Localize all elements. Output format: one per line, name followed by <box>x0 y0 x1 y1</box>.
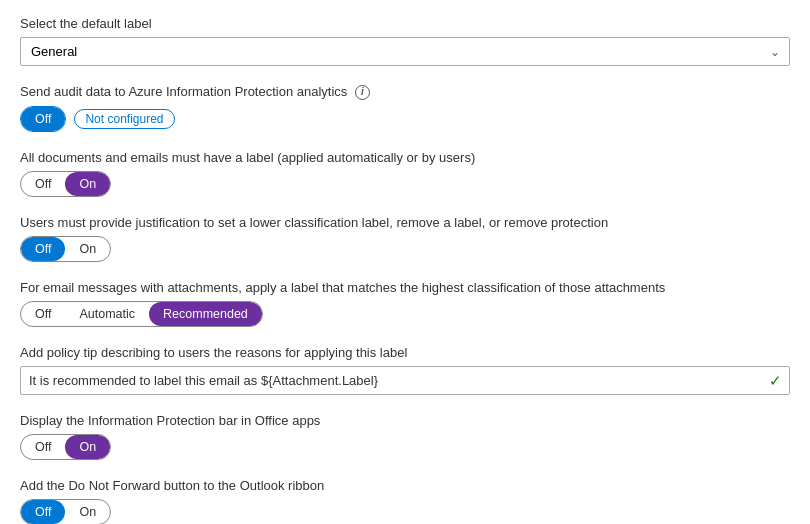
info-icon[interactable]: i <box>355 85 370 100</box>
info-protection-bar-off-button[interactable]: Off <box>21 435 65 459</box>
default-label-label: Select the default label <box>20 16 790 31</box>
justification-section: Users must provide justification to set … <box>20 215 790 262</box>
policy-tip-input-wrapper: ✓ <box>20 366 790 395</box>
email-attachments-recommended-button[interactable]: Recommended <box>149 302 262 326</box>
justification-on-button[interactable]: On <box>65 237 110 261</box>
policy-tip-label: Add policy tip describing to users the r… <box>20 345 790 360</box>
do-not-forward-on-button[interactable]: On <box>65 500 110 524</box>
justification-off-button[interactable]: Off <box>21 237 65 261</box>
email-attachments-label: For email messages with attachments, app… <box>20 280 790 295</box>
all-documents-on-button[interactable]: On <box>65 172 110 196</box>
all-documents-label: All documents and emails must have a lab… <box>20 150 790 165</box>
justification-toggle: Off On <box>20 236 111 262</box>
audit-data-label: Send audit data to Azure Information Pro… <box>20 84 790 100</box>
all-documents-section: All documents and emails must have a lab… <box>20 150 790 197</box>
default-label-dropdown-wrapper: General ⌄ <box>20 37 790 66</box>
do-not-forward-section: Add the Do Not Forward button to the Out… <box>20 478 790 524</box>
info-protection-bar-section: Display the Information Protection bar i… <box>20 413 790 460</box>
info-protection-bar-label: Display the Information Protection bar i… <box>20 413 790 428</box>
all-documents-toggle: Off On <box>20 171 111 197</box>
do-not-forward-label: Add the Do Not Forward button to the Out… <box>20 478 790 493</box>
audit-toggle-group: Off Not configured <box>20 106 790 132</box>
audit-not-configured-button[interactable]: Not configured <box>74 109 174 129</box>
check-icon: ✓ <box>769 372 782 390</box>
do-not-forward-toggle: Off On <box>20 499 111 524</box>
all-documents-off-button[interactable]: Off <box>21 172 65 196</box>
info-protection-bar-toggle: Off On <box>20 434 111 460</box>
email-attachments-toggle: Off Automatic Recommended <box>20 301 263 327</box>
email-attachments-automatic-button[interactable]: Automatic <box>65 302 149 326</box>
email-attachments-off-button[interactable]: Off <box>21 302 65 326</box>
audit-data-section: Send audit data to Azure Information Pro… <box>20 84 790 132</box>
policy-tip-input[interactable] <box>20 366 790 395</box>
email-attachments-section: For email messages with attachments, app… <box>20 280 790 327</box>
info-protection-bar-on-button[interactable]: On <box>65 435 110 459</box>
default-label-dropdown[interactable]: General <box>20 37 790 66</box>
policy-tip-section: Add policy tip describing to users the r… <box>20 345 790 395</box>
audit-off-button[interactable]: Off <box>21 107 65 131</box>
justification-label: Users must provide justification to set … <box>20 215 790 230</box>
do-not-forward-off-button[interactable]: Off <box>21 500 65 524</box>
default-label-section: Select the default label General ⌄ <box>20 16 790 66</box>
audit-toggle: Off <box>20 106 66 132</box>
